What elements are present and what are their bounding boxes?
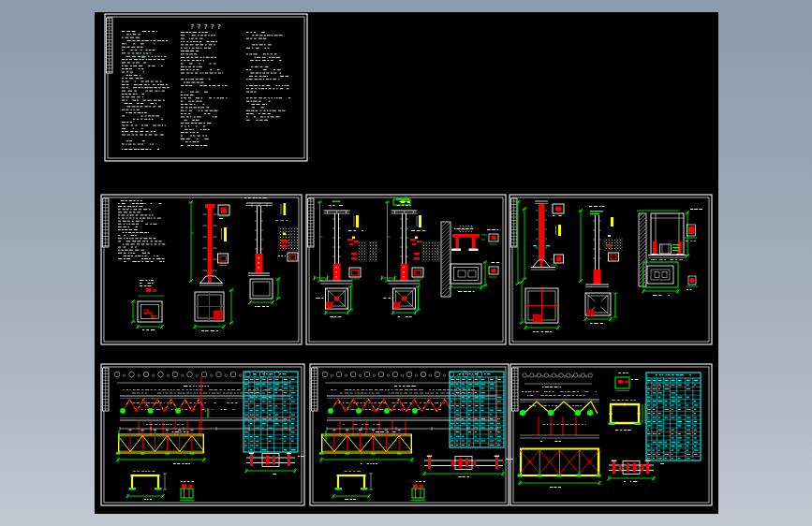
cad-drawing: ?????: [95, 12, 718, 514]
sheet-title: ?????: [190, 23, 224, 31]
general-notes-sheet: ?????: [105, 14, 307, 161]
column-footing-detail-sheet-2: [306, 195, 506, 344]
truss-elevation-sheet-2: [310, 364, 513, 505]
cad-preview-window: ?????: [0, 0, 812, 526]
column-anchor-detail-sheet-3: [509, 195, 712, 344]
truss-detail-sheet-3: [510, 364, 712, 505]
drawing-canvas[interactable]: ?????: [95, 12, 718, 514]
truss-elevation-sheet-1: [101, 364, 304, 505]
column-footing-detail-sheet-1: [101, 195, 302, 344]
